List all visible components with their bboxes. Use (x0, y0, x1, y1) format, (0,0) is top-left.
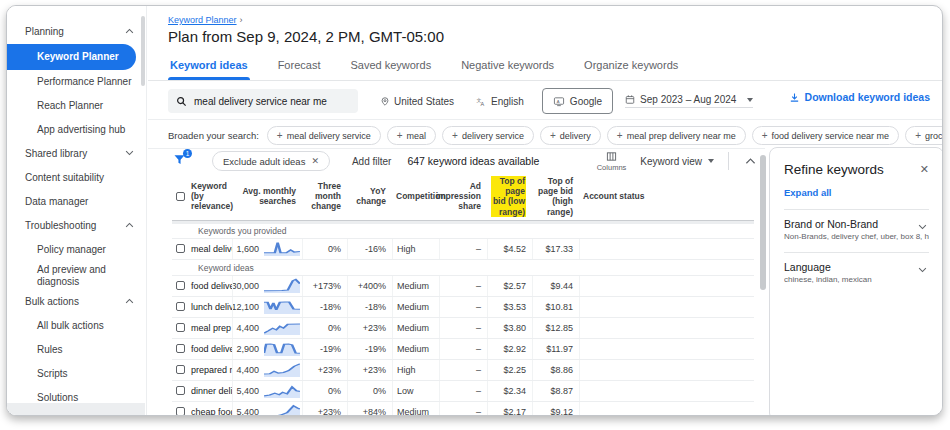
table-scrollbar[interactable] (760, 149, 766, 415)
account-status-cell (579, 381, 754, 401)
breadcrumb-link[interactable]: Keyword Planner (168, 15, 237, 25)
column-header-6[interactable]: Top of page bid (low range) (487, 173, 532, 220)
keyword-view-dropdown[interactable]: Keyword view (640, 156, 714, 167)
refine-group-brand-or-non-brand[interactable]: Brand or Non-BrandNon-Brands, delivery c… (784, 209, 929, 241)
ad-impression-share-cell: – (439, 318, 487, 338)
scrollbar-thumb[interactable] (760, 155, 766, 290)
page-title: Plan from Sep 9, 2024, 2 PM, GMT-05:00 (168, 28, 444, 45)
download-keyword-ideas-button[interactable]: Download keyword ideas (789, 91, 930, 103)
table-row: meal delivery s...1,6000%-16%High–$4.52$… (172, 239, 754, 260)
sidebar-item-ad-preview-and-diagnosis[interactable]: Ad preview and diagnosis (7, 262, 146, 290)
competition-cell: High (392, 239, 439, 259)
select-all-checkbox[interactable] (176, 192, 185, 201)
three-month-change-cell: +173% (302, 276, 347, 296)
filter-chip-exclude-adult[interactable]: Exclude adult ideas ✕ (212, 151, 330, 171)
column-header-4[interactable]: Competition (392, 173, 439, 220)
sidebar-item-scripts[interactable]: Scripts (7, 362, 146, 386)
sidebar-item-label: Planning (25, 26, 64, 38)
add-filter-button[interactable]: Add filter (352, 156, 391, 167)
sidebar-item-shared-library[interactable]: Shared library (7, 142, 146, 166)
column-header-7[interactable]: Top of page bid (high range) (532, 173, 579, 220)
refine-group-language[interactable]: Languagechinese, indian, mexican (784, 252, 929, 284)
sidebar-item-reach-planner[interactable]: Reach Planner (7, 94, 146, 118)
sidebar-item-keyword-planner[interactable]: Keyword Planner (7, 44, 136, 70)
sidebar-item-content-suitability[interactable]: Content suitability (7, 166, 146, 190)
sidebar-item-app-advertising-hub[interactable]: App advertising hub (7, 118, 146, 142)
sidebar-item-planning[interactable]: Planning (7, 20, 146, 44)
tab-negative-keywords[interactable]: Negative keywords (459, 53, 556, 80)
ad-impression-share-cell: – (439, 276, 487, 296)
date-range-selector[interactable]: Sep 2023 – Aug 2024 (625, 94, 753, 108)
row-checkbox[interactable] (176, 407, 185, 416)
trend-sparkline (264, 383, 300, 398)
chevron-down-icon (918, 267, 927, 273)
tab-organize-keywords[interactable]: Organize keywords (582, 53, 680, 80)
yoy-change-cell: +84% (347, 402, 392, 416)
sidebar-item-all-bulk-actions[interactable]: All bulk actions (7, 314, 146, 338)
column-header-1[interactable]: Avg. monthly searches (232, 173, 302, 220)
language-selector[interactable]: 文A English (476, 96, 524, 107)
column-header-0[interactable]: Keyword (by relevance) (172, 173, 232, 220)
competition-cell: High (392, 360, 439, 380)
tab-keyword-ideas[interactable]: Keyword ideas (168, 53, 250, 80)
row-checkbox[interactable] (176, 323, 185, 332)
column-header-label: Avg. monthly searches (236, 186, 296, 206)
close-icon[interactable]: ✕ (920, 163, 929, 176)
sidebar-item-policy-manager[interactable]: Policy manager (7, 238, 146, 262)
broaden-chip-6[interactable]: +grocery delivery service near me (905, 126, 943, 145)
three-month-change-cell: 0% (302, 381, 347, 401)
avg-monthly-searches-cell: 1,600 (232, 239, 302, 259)
sidebar-scrollbar[interactable] (141, 16, 145, 86)
broaden-chip-0[interactable]: +meal delivery service (267, 126, 381, 145)
sidebar-item-troubleshooting[interactable]: Troubleshooting (7, 214, 146, 238)
tab-bar: Keyword ideasForecastSaved keywordsNegat… (168, 53, 680, 80)
row-checkbox[interactable] (176, 344, 185, 353)
competition-cell: Medium (392, 402, 439, 416)
network-value: Google (570, 96, 602, 107)
broaden-chip-2[interactable]: +delivery service (442, 126, 534, 145)
three-month-change-cell: 0% (302, 318, 347, 338)
language-value: English (491, 96, 524, 107)
top-of-page-bid-high-cell: $9.44 (532, 276, 579, 296)
sidebar: PlanningKeyword PlannerPerformance Plann… (7, 6, 147, 415)
broaden-chip-3[interactable]: +delivery (540, 126, 601, 145)
remove-filter-icon[interactable]: ✕ (311, 156, 319, 166)
broaden-chip-label: meal prep delivery near me (627, 131, 736, 141)
row-checkbox[interactable] (176, 302, 185, 311)
broaden-chip-5[interactable]: +food delivery service near me (752, 126, 899, 145)
row-checkbox[interactable] (176, 386, 185, 395)
plus-icon: + (550, 130, 556, 141)
column-header-label: Ad impression share (436, 181, 481, 212)
trend-sparkline (264, 404, 300, 416)
keyword-search-input[interactable]: meal delivery service near me (168, 89, 358, 113)
sidebar-item-rules[interactable]: Rules (7, 338, 146, 362)
filter-button[interactable]: 1 (172, 152, 190, 170)
collapse-table-button[interactable] (743, 155, 758, 167)
row-checkbox[interactable] (176, 365, 185, 374)
account-status-cell (579, 360, 754, 380)
chevron-down-icon (747, 98, 753, 102)
column-header-5[interactable]: Ad impression share (439, 173, 487, 220)
table-header-row: Keyword (by relevance)Avg. monthly searc… (172, 173, 754, 221)
column-header-2[interactable]: Three month change (302, 173, 347, 220)
sidebar-horizontal-scrollbar[interactable] (7, 403, 145, 415)
sidebar-item-performance-planner[interactable]: Performance Planner (7, 70, 146, 94)
broaden-chip-1[interactable]: +meal (387, 126, 436, 145)
broaden-chip-4[interactable]: +meal prep delivery near me (607, 126, 746, 145)
filter-chip-label: Exclude adult ideas (223, 156, 305, 167)
location-selector[interactable]: United States (380, 96, 454, 107)
tab-forecast[interactable]: Forecast (276, 53, 323, 80)
network-selector[interactable]: A Google (542, 88, 613, 114)
sidebar-item-bulk-actions[interactable]: Bulk actions (7, 290, 146, 314)
column-header-3[interactable]: YoY change (347, 173, 392, 220)
sidebar-item-data-manager[interactable]: Data manager (7, 190, 146, 214)
row-checkbox[interactable] (176, 281, 185, 290)
avg-monthly-searches-cell: 4,400 (232, 318, 302, 338)
tab-saved-keywords[interactable]: Saved keywords (348, 53, 433, 80)
expand-all-link[interactable]: Expand all (784, 187, 929, 198)
column-header-8[interactable]: Account status (579, 173, 754, 220)
columns-button[interactable]: Columns (597, 151, 627, 172)
trend-sparkline (264, 341, 300, 356)
row-checkbox[interactable] (176, 244, 185, 253)
keyword-text: cheap food del... (191, 407, 232, 416)
